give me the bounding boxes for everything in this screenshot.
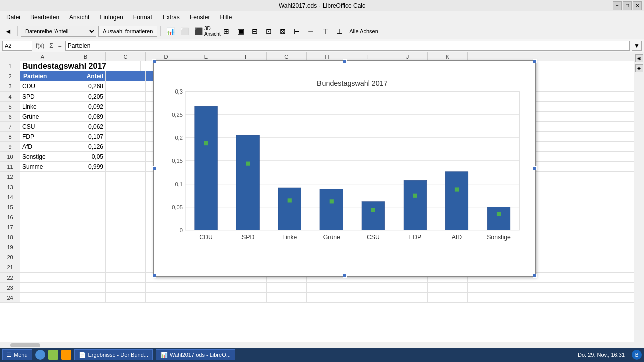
cell[interactable] [106, 92, 146, 101]
cell[interactable] [186, 293, 226, 302]
cell[interactable] [106, 142, 146, 151]
cell[interactable]: 0,107 [65, 132, 106, 141]
cell[interactable] [20, 252, 65, 262]
cell[interactable] [65, 283, 106, 292]
row-header[interactable]: 2 [0, 71, 20, 81]
row-header[interactable]: 15 [0, 202, 20, 212]
close-button[interactable]: ✕ [633, 1, 642, 10]
cell[interactable] [106, 162, 146, 171]
cell-reference[interactable] [2, 41, 32, 51]
row-header[interactable]: 19 [0, 242, 20, 252]
cell[interactable] [65, 262, 106, 272]
cell[interactable] [106, 182, 146, 192]
cell[interactable] [106, 152, 146, 161]
chart-icon-6[interactable]: ⊟ [249, 25, 261, 37]
cell[interactable] [106, 202, 146, 212]
cell[interactable] [387, 293, 428, 302]
cell[interactable] [20, 182, 65, 192]
cell[interactable]: 0,092 [65, 102, 106, 111]
cell[interactable] [20, 212, 65, 222]
cell[interactable] [106, 242, 146, 252]
row-header[interactable]: 8 [0, 132, 20, 141]
h-scroll-thumb[interactable] [10, 343, 40, 347]
row-header[interactable]: 11 [0, 162, 20, 171]
col-header-a[interactable]: A [20, 52, 65, 61]
cell[interactable] [106, 71, 146, 81]
row-header[interactable]: 23 [0, 283, 20, 292]
cell[interactable] [347, 293, 387, 302]
row-header[interactable]: 10 [0, 152, 20, 161]
resize-handle-s[interactable] [343, 274, 347, 278]
bar-chart-icon[interactable]: 📊 [164, 25, 176, 37]
series-select[interactable]: Datenreihe 'Anteil' [21, 26, 96, 37]
cell[interactable] [106, 232, 146, 242]
cell[interactable] [20, 192, 65, 202]
minimize-button[interactable]: − [613, 1, 622, 10]
cell[interactable] [106, 293, 146, 302]
cell[interactable] [65, 202, 106, 212]
cell[interactable] [20, 283, 65, 292]
cell[interactable]: 0,268 [65, 81, 106, 91]
cell[interactable] [65, 232, 106, 242]
menu-datei[interactable]: Datei [2, 13, 24, 22]
cell[interactable] [106, 112, 146, 121]
cell[interactable] [106, 81, 146, 91]
menu-format[interactable]: Format [129, 13, 156, 22]
row-header[interactable]: 1 [0, 61, 20, 71]
resize-handle-n[interactable] [343, 59, 347, 63]
resize-handle-e[interactable] [533, 166, 537, 170]
row-header[interactable]: 13 [0, 182, 20, 192]
chart-icon-7[interactable]: ⊡ [263, 25, 275, 37]
cell[interactable] [106, 192, 146, 202]
cell[interactable] [106, 252, 146, 262]
cell[interactable] [65, 242, 106, 252]
cell[interactable] [428, 283, 468, 292]
cell[interactable] [20, 242, 65, 252]
resize-handle-sw[interactable] [152, 274, 156, 278]
row-header[interactable]: 9 [0, 142, 20, 151]
row-header[interactable]: 7 [0, 122, 20, 131]
cell[interactable] [307, 293, 347, 302]
cell[interactable] [307, 283, 347, 292]
row-header[interactable]: 14 [0, 192, 20, 202]
row-header[interactable]: 18 [0, 232, 20, 242]
cell[interactable] [20, 222, 65, 232]
h-scrollbar[interactable] [0, 342, 644, 348]
cell[interactable] [65, 273, 106, 282]
3d-view-button[interactable]: 3D-Ansicht [206, 25, 218, 37]
cell[interactable] [428, 293, 468, 302]
cell[interactable] [267, 293, 307, 302]
chart-icon-3[interactable]: ⬛ [192, 25, 204, 37]
resize-handle-ne[interactable] [533, 59, 537, 63]
cell[interactable]: Parteien [20, 71, 65, 81]
row-header[interactable]: 3 [0, 81, 20, 91]
cell[interactable] [226, 283, 267, 292]
resize-handle-nw[interactable] [152, 59, 156, 63]
row-header[interactable]: 21 [0, 262, 20, 272]
cell[interactable] [20, 293, 65, 302]
menu-fenster[interactable]: Fenster [186, 13, 214, 22]
cell[interactable] [106, 132, 146, 141]
cell[interactable] [106, 102, 146, 111]
cell[interactable]: CDU [20, 81, 65, 91]
cell[interactable] [226, 293, 267, 302]
taskbar-calc[interactable]: 📊 Wahl2017.ods - LibreO... [156, 349, 235, 360]
chart-icon-8[interactable]: ⊠ [277, 25, 289, 37]
menu-extras[interactable]: Extras [158, 13, 184, 22]
chart-area[interactable]: 00,050,10,150,20,250,3CDUSPDLinkeGrüneCS… [153, 60, 536, 277]
cell[interactable]: Grüne [20, 112, 65, 121]
cell[interactable] [106, 222, 146, 232]
formula-expand[interactable]: ▼ [632, 41, 642, 51]
chart-icon-4[interactable]: ⊞ [220, 25, 232, 37]
menu-einfuegen[interactable]: Einfügen [95, 13, 127, 22]
formula-input[interactable] [65, 41, 630, 51]
cell[interactable] [106, 212, 146, 222]
cell[interactable] [186, 283, 226, 292]
menu-hilfe[interactable]: Hilfe [216, 13, 236, 22]
row-header[interactable]: 5 [0, 102, 20, 111]
col-header-c[interactable]: C [106, 52, 146, 61]
taskbar-menu[interactable]: ☰ Menü [2, 349, 32, 360]
cell[interactable] [267, 283, 307, 292]
cell[interactable] [20, 273, 65, 282]
cell[interactable] [106, 122, 146, 131]
